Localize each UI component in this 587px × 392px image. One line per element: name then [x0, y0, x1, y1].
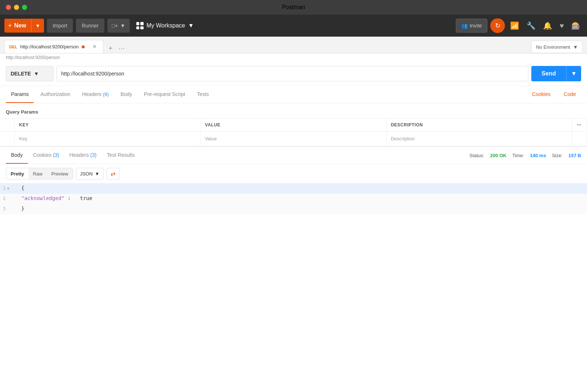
more-header: ⋯: [572, 119, 587, 131]
tab-new-buttons: + ⋯: [106, 44, 127, 53]
url-bar: DELETE ▼ Send ▼: [0, 62, 587, 86]
tab-bar: DEL http://localhost:9200/person × + ⋯ N…: [0, 37, 587, 53]
response-section: Body Cookies (3) Headers (3) Test Result…: [0, 146, 587, 392]
heart-icon-button[interactable]: ♥: [557, 19, 566, 33]
collection-link-button[interactable]: □+ ▼: [107, 19, 130, 33]
close-button[interactable]: [6, 5, 11, 10]
antenna-icon-button[interactable]: 📶: [508, 19, 521, 33]
code-line-3: 3 }: [0, 204, 587, 214]
tab-tests[interactable]: Tests: [192, 86, 214, 103]
environment-selector[interactable]: No Environment ▼: [531, 41, 583, 53]
value-header: VALUE: [200, 119, 386, 131]
tab-close-button[interactable]: ×: [91, 42, 99, 51]
method-arrow-icon: ▼: [34, 71, 39, 77]
collection-link-arrow: ▼: [120, 23, 125, 29]
status-label: Status:: [469, 153, 484, 158]
tab-cookies[interactable]: Cookies: [527, 86, 556, 103]
params-empty-row: Key Value Description: [0, 132, 587, 146]
res-tab-body[interactable]: Body: [6, 147, 28, 164]
workspace-label: My Workspace: [147, 22, 185, 29]
parachute-icon-button[interactable]: 🎰: [569, 19, 583, 33]
new-button-label: New: [14, 22, 26, 29]
new-tab-button[interactable]: +: [106, 44, 115, 53]
bell-icon: 🔔: [543, 21, 552, 30]
send-button[interactable]: Send ▼: [531, 66, 581, 81]
query-params-title: Query Params: [0, 103, 587, 118]
bell-icon-button[interactable]: 🔔: [541, 19, 554, 33]
more-tabs-button[interactable]: ⋯: [116, 44, 127, 53]
json-key-acknowledged: "acknowledged": [21, 195, 64, 201]
code-line-2: 2 "acknowledged" : true: [0, 194, 587, 204]
invite-button[interactable]: 👥 Invite: [456, 19, 487, 33]
tab-code[interactable]: Code: [559, 86, 581, 103]
response-body-toolbar: Pretty Raw Preview JSON ▼ ⇄: [0, 164, 587, 184]
antenna-icon: 📶: [510, 21, 519, 30]
tab-headers[interactable]: Headers (9): [77, 86, 114, 103]
params-checkbox-header: [0, 119, 15, 131]
key-header: KEY: [15, 119, 200, 131]
toolbar: + New ▼ Import Runner □+ ▼ My Workspace …: [0, 15, 587, 37]
key-placeholder[interactable]: Key: [15, 132, 200, 146]
line-num-3: 3: [0, 205, 18, 213]
status-value: 200 OK: [490, 153, 506, 158]
plus-icon: +: [8, 22, 12, 30]
preview-button[interactable]: Preview: [47, 168, 73, 179]
import-button[interactable]: Import: [47, 19, 73, 33]
tab-right-actions: Cookies Code: [527, 86, 581, 103]
fold-arrow-1[interactable]: ▼: [7, 186, 9, 191]
line-content-1: {: [18, 184, 587, 192]
wrap-button[interactable]: ⇄: [107, 168, 120, 180]
tab-pre-request[interactable]: Pre-request Script: [139, 86, 191, 103]
empty-row-more: [572, 132, 587, 146]
response-meta: Status: 200 OK Time: 140 ms Size: 157 B: [469, 153, 581, 158]
new-button-arrow[interactable]: ▼: [32, 19, 44, 33]
window-title: Postman: [282, 4, 305, 11]
method-selector[interactable]: DELETE ▼: [6, 66, 53, 81]
send-dropdown-arrow[interactable]: ▼: [566, 66, 581, 81]
tab-body[interactable]: Body: [115, 86, 137, 103]
sync-button[interactable]: ↻: [490, 18, 505, 33]
method-value: DELETE: [11, 71, 31, 77]
line-num-1: 1 ▼: [0, 184, 18, 192]
query-params-section: Query Params KEY VALUE DESCRIPTION ⋯ Key…: [0, 103, 587, 146]
json-format-selector[interactable]: JSON ▼: [76, 168, 104, 180]
send-label: Send: [542, 70, 556, 77]
request-tab[interactable]: DEL http://localhost:9200/person ×: [4, 40, 103, 53]
code-line-1: 1 ▼ {: [0, 184, 587, 194]
workspace-selector[interactable]: My Workspace ▼: [133, 22, 197, 29]
headers-badge: (9): [103, 92, 109, 97]
tab-params[interactable]: Params: [6, 86, 34, 103]
wrench-icon: 🔧: [527, 21, 536, 30]
collection-link-icon: □+: [112, 23, 118, 29]
sync-icon: ↻: [495, 22, 501, 30]
code-editor: 1 ▼ { 2 "acknowledged" : true: [0, 184, 587, 214]
new-button[interactable]: + New ▼: [4, 19, 44, 33]
description-placeholder[interactable]: Description: [387, 132, 572, 146]
parachute-icon: 🎰: [571, 21, 580, 30]
minimize-button[interactable]: [14, 5, 19, 10]
wrench-icon-button[interactable]: 🔧: [524, 19, 538, 33]
line-content-3: }: [18, 204, 587, 213]
empty-row-checkbox[interactable]: [0, 132, 15, 146]
pretty-button[interactable]: Pretty: [6, 168, 29, 179]
raw-button[interactable]: Raw: [29, 168, 47, 179]
wrap-icon: ⇄: [111, 170, 115, 177]
json-value-true: true: [80, 195, 92, 201]
res-tab-test-results[interactable]: Test Results: [101, 147, 140, 164]
main-content: DEL http://localhost:9200/person × + ⋯ N…: [0, 37, 587, 392]
request-tabs: Params Authorization Headers (9) Body Pr…: [0, 86, 587, 103]
workspace-grid-icon: [136, 22, 144, 29]
maximize-button[interactable]: [22, 5, 27, 10]
url-input[interactable]: [56, 66, 528, 81]
value-placeholder[interactable]: Value: [200, 132, 386, 146]
res-tab-cookies[interactable]: Cookies (3): [28, 147, 64, 164]
tab-authorization[interactable]: Authorization: [35, 86, 75, 103]
params-table: KEY VALUE DESCRIPTION ⋯ Key Value Descri…: [0, 118, 587, 146]
res-cookies-badge: (3): [53, 152, 59, 158]
runner-button[interactable]: Runner: [76, 19, 104, 33]
titlebar: Postman: [0, 0, 587, 15]
breadcrumb: http://localhost:9200/person: [0, 53, 587, 62]
traffic-lights: [6, 5, 27, 10]
json-arrow-icon: ▼: [95, 171, 100, 177]
res-tab-headers[interactable]: Headers (3): [64, 147, 102, 164]
